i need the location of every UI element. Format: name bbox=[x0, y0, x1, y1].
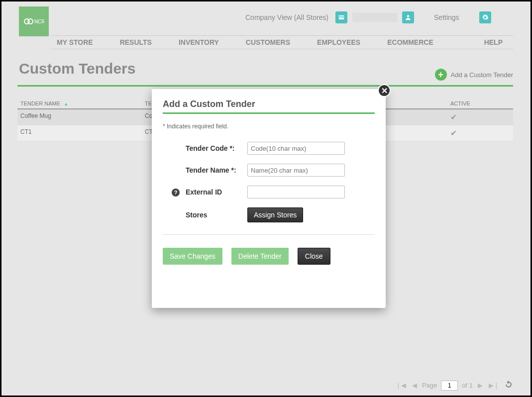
th-active[interactable]: ACTIVE bbox=[450, 100, 510, 106]
th-tender-name[interactable]: TENDER NAME bbox=[20, 100, 60, 106]
nav-my-store[interactable]: MY STORE bbox=[54, 36, 96, 49]
pager-prev-icon[interactable]: ◀ bbox=[411, 382, 418, 389]
company-view-label[interactable]: Company View (All Stores) bbox=[245, 13, 328, 21]
divider bbox=[17, 85, 513, 87]
store-placeholder bbox=[352, 13, 397, 22]
label-tender-name: Tender Name *: bbox=[163, 166, 247, 174]
nav-customers[interactable]: CUSTOMERS bbox=[243, 36, 293, 49]
pager-first-icon[interactable]: ❘◀ bbox=[395, 382, 407, 389]
check-icon: ✔ bbox=[450, 129, 457, 137]
divider bbox=[163, 112, 375, 114]
add-link-label: Add a Custom Tender bbox=[451, 71, 514, 79]
nav-results[interactable]: RESULTS bbox=[117, 36, 155, 49]
card-icon[interactable] bbox=[335, 11, 347, 23]
external-id-input[interactable] bbox=[247, 186, 345, 198]
label-tender-code: Tender Code *: bbox=[163, 144, 247, 152]
brand-logo: NCR bbox=[19, 6, 49, 36]
modal-title: Add a Custom Tender bbox=[163, 99, 375, 109]
pager-next-icon[interactable]: ▶ bbox=[477, 382, 484, 389]
plus-icon: + bbox=[435, 69, 447, 81]
required-note: * Indicates required field. bbox=[163, 123, 375, 130]
nav-employees[interactable]: EMPLOYEES bbox=[314, 36, 363, 49]
svg-point-5 bbox=[407, 15, 410, 17]
nav-inventory[interactable]: INVENTORY bbox=[176, 36, 222, 49]
cell-name: Coffee Mug bbox=[20, 112, 145, 122]
svg-rect-4 bbox=[339, 16, 344, 17]
nav-ecommerce[interactable]: ECOMMERCE bbox=[384, 36, 436, 49]
svg-text:NCR: NCR bbox=[34, 19, 44, 24]
delete-button[interactable]: Delete Tender bbox=[231, 248, 289, 265]
pager-page-input[interactable] bbox=[441, 381, 458, 391]
pager-page-label: Page bbox=[422, 382, 437, 389]
save-button[interactable]: Save Changes bbox=[163, 248, 222, 265]
main-nav: MY STORE RESULTS INVENTORY CUSTOMERS EMP… bbox=[51, 35, 513, 49]
tender-code-input[interactable] bbox=[247, 142, 345, 155]
check-icon: ✔ bbox=[450, 113, 457, 121]
nav-help[interactable]: HELP bbox=[481, 36, 506, 49]
close-button[interactable]: Close bbox=[298, 248, 330, 265]
user-icon[interactable] bbox=[402, 11, 414, 23]
label-stores: Stores bbox=[163, 211, 247, 219]
add-custom-tender-link[interactable]: + Add a Custom Tender bbox=[435, 69, 514, 81]
sort-asc-icon: ▲ bbox=[64, 101, 68, 106]
pager-last-icon[interactable]: ▶❘ bbox=[488, 382, 500, 389]
gear-icon[interactable] bbox=[479, 11, 491, 23]
tender-name-input[interactable] bbox=[247, 164, 345, 177]
label-external-id: External ID bbox=[186, 188, 222, 196]
close-icon[interactable]: ✕ bbox=[378, 84, 391, 97]
pager-of-label: of 1 bbox=[462, 382, 473, 389]
refresh-icon[interactable] bbox=[504, 380, 513, 391]
cell-name: CT1 bbox=[20, 128, 145, 138]
help-icon[interactable]: ? bbox=[172, 189, 180, 197]
pager: ❘◀ ◀ Page of 1 ▶ ▶❘ bbox=[395, 380, 513, 391]
assign-stores-button[interactable]: Assign Stores bbox=[247, 207, 303, 222]
svg-point-1 bbox=[28, 19, 33, 24]
settings-link[interactable]: Settings bbox=[434, 13, 459, 21]
add-tender-modal: ✕ Add a Custom Tender * Indicates requir… bbox=[152, 89, 386, 308]
page-title: Custom Tenders bbox=[19, 60, 135, 77]
